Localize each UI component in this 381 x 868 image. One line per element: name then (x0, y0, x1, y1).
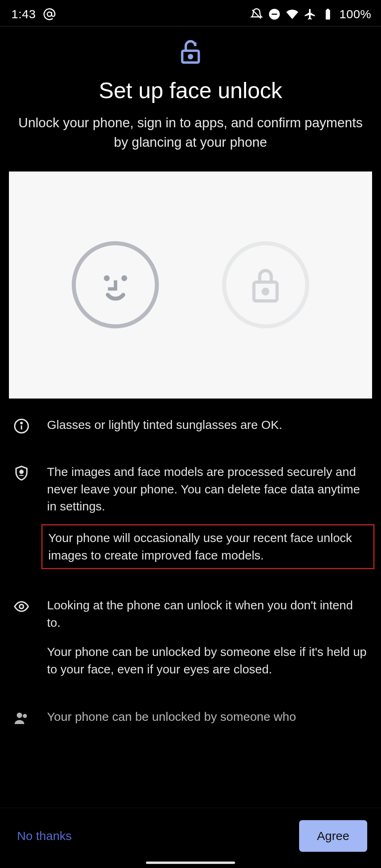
svg-point-14 (17, 712, 22, 718)
header: Set up face unlock Unlock your phone, si… (0, 38, 381, 152)
info-icon (12, 416, 31, 435)
info-text-line: Your phone will occasionally use your re… (48, 531, 352, 562)
wifi-icon (286, 8, 299, 21)
svg-point-8 (263, 289, 268, 294)
lock-icon (222, 241, 309, 328)
info-text-line: The images and face models are processed… (47, 463, 369, 515)
illustration-panel (9, 171, 372, 399)
home-indicator[interactable] (146, 862, 235, 864)
face-icon (72, 241, 159, 328)
battery-percent: 100% (339, 7, 371, 21)
at-icon (43, 8, 56, 21)
status-bar: 1:43 100% (0, 0, 381, 26)
info-text-truncated: Your phone can be unlocked by someone wh… (47, 708, 296, 738)
eye-icon (12, 597, 31, 615)
lock-open-icon (176, 38, 205, 66)
svg-point-6 (121, 275, 127, 281)
info-text-glasses: Glasses or lightly tinted sunglasses are… (47, 416, 282, 446)
svg-point-13 (19, 604, 24, 609)
info-text-line: Your phone can be unlocked by someone wh… (47, 708, 296, 726)
clock: 1:43 (11, 7, 36, 21)
footer: No thanks Agree (0, 808, 381, 868)
bell-off-icon (250, 8, 263, 21)
info-text-eye: Looking at the phone can unlock it when … (47, 597, 369, 690)
status-right: 100% (250, 7, 371, 21)
page-subtitle: Unlock your phone, sign in to apps, and … (12, 113, 369, 152)
info-item-truncated: Your phone can be unlocked by someone wh… (12, 708, 369, 738)
info-item-secure: The images and face models are processed… (12, 463, 369, 579)
info-text-line: Glasses or lightly tinted sunglasses are… (47, 416, 282, 434)
svg-rect-2 (272, 14, 277, 15)
svg-point-11 (21, 422, 22, 424)
no-thanks-button[interactable]: No thanks (14, 822, 75, 850)
highlighted-text: Your phone will occasionally use your re… (41, 524, 375, 569)
svg-point-5 (104, 275, 109, 281)
airplane-icon (304, 8, 317, 21)
dnd-icon (268, 8, 281, 21)
info-item-eye: Looking at the phone can unlock it when … (12, 597, 369, 690)
svg-point-0 (47, 12, 52, 17)
people-icon (12, 708, 31, 727)
status-left: 1:43 (11, 7, 56, 21)
info-list: Glasses or lightly tinted sunglasses are… (0, 413, 381, 808)
info-text-line: Looking at the phone can unlock it when … (47, 597, 369, 631)
info-item-glasses: Glasses or lightly tinted sunglasses are… (12, 416, 369, 446)
svg-point-15 (23, 714, 27, 718)
info-text-line: Your phone can be unlocked by someone el… (47, 643, 369, 678)
svg-point-12 (20, 470, 23, 473)
info-text-secure: The images and face models are processed… (47, 463, 369, 579)
divider (0, 26, 381, 26)
svg-point-4 (189, 55, 192, 58)
battery-icon (321, 8, 334, 21)
shield-person-icon (12, 463, 31, 482)
page-title: Set up face unlock (12, 77, 369, 103)
agree-button[interactable]: Agree (299, 820, 367, 852)
